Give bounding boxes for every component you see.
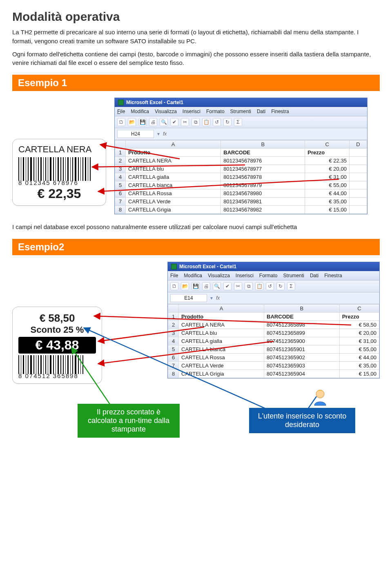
- excel1-sheet[interactable]: A B C D 1 Prodotto BARCODE Prezzo 2CARTE…: [115, 140, 367, 214]
- excel1-menubar: FFileile Modifica Visualizza Inserisci F…: [115, 107, 367, 116]
- save-icon[interactable]: 💾: [138, 118, 147, 126]
- label2-discount-line: Sconto 25 %: [18, 325, 96, 335]
- print-icon[interactable]: 🖨: [149, 118, 157, 126]
- col-a[interactable]: A: [179, 304, 264, 312]
- col-c[interactable]: C: [339, 304, 379, 312]
- undo-icon[interactable]: ↺: [213, 118, 221, 126]
- table-row: 8CARTELLA Grigia8074512365904€ 15,00: [168, 369, 379, 378]
- fx-label: fx: [216, 295, 220, 301]
- table-row: 2CARTELLA NERA8012345678976€ 22,35: [115, 157, 367, 165]
- menu-file[interactable]: File: [170, 273, 178, 278]
- col-b[interactable]: B: [221, 140, 305, 149]
- new-icon[interactable]: 🗋: [117, 118, 125, 126]
- menu-visualizza[interactable]: Visualizza: [208, 273, 230, 278]
- menu-inserisci[interactable]: Inserisci: [183, 109, 200, 114]
- menu-strumenti[interactable]: Strumenti: [283, 273, 304, 278]
- example1-banner: Esempio 1: [12, 75, 380, 91]
- label1-barcode: [18, 157, 100, 181]
- paste-icon[interactable]: 📋: [202, 118, 210, 126]
- copy-icon[interactable]: ⧉: [192, 118, 200, 126]
- table-row: 6CARTELLA Rossa8012345678980€ 44,00: [115, 189, 367, 198]
- table-row: 8CARTELLA Grigia8012345678982€ 15,00: [115, 206, 367, 214]
- intro-paragraph-2: Ogni formato dell'etichetta contiene dei…: [12, 50, 380, 68]
- excel2-toolbar: 🗋 📂 💾 🖨 🔍 ✔ ✂ ⧉ 📋 ↺ ↻ Σ: [168, 280, 379, 292]
- user-icon: [310, 387, 330, 407]
- table-row: 3CARTELLA blu8012345678977€ 20,00: [115, 165, 367, 173]
- menu-inserisci[interactable]: Inserisci: [236, 273, 254, 278]
- menu-dati[interactable]: Dati: [257, 109, 265, 114]
- sum-icon[interactable]: Σ: [234, 118, 242, 126]
- example2-banner: Esempio2: [12, 239, 380, 255]
- table-row: 5CARTELLA bianca8012345678979€ 55,00: [115, 181, 367, 189]
- excel2-namebox[interactable]: E14: [170, 294, 207, 302]
- label2-final-price: € 43,88: [18, 337, 96, 354]
- open-icon[interactable]: 📂: [128, 118, 136, 126]
- table-row: 5CARTELLA bianca8074512365901€ 55,00: [168, 345, 379, 353]
- excel-icon: [118, 100, 124, 105]
- col-c[interactable]: C: [305, 140, 350, 149]
- label1-price: € 22,35: [18, 186, 100, 201]
- fx-label: fx: [163, 131, 167, 137]
- example2-excel-window: Microsoft Excel - Cartel1 File Modifica …: [167, 262, 380, 378]
- table-row: 7CARTELLA Verde8012345678981€ 35,00: [115, 198, 367, 206]
- sum-icon[interactable]: Σ: [287, 282, 295, 290]
- preview-icon[interactable]: 🔍: [160, 118, 168, 126]
- preview-icon[interactable]: 🔍: [213, 282, 221, 290]
- col-a[interactable]: A: [126, 140, 221, 149]
- example1-excel-window: Microsoft Excel - Cartel1 FFileile Modif…: [114, 98, 368, 214]
- save-icon[interactable]: 💾: [192, 282, 200, 290]
- example1-label-card: CARTELLA NERA 8 012345 678976 € 22,35: [12, 139, 106, 206]
- midtext: I campi nel database excel possono natur…: [12, 223, 380, 231]
- menu-formato[interactable]: Formato: [259, 273, 278, 278]
- spell-icon[interactable]: ✔: [170, 118, 178, 126]
- excel1-title: Microsoft Excel - Cartel1: [126, 100, 183, 105]
- menu-strumenti[interactable]: Strumenti: [230, 109, 251, 114]
- page-title: Modalità operativa: [12, 10, 380, 24]
- table-row: 3CARTELLA blu8074512365899€ 20,00: [168, 329, 379, 337]
- header-a[interactable]: Prodotto: [126, 149, 221, 157]
- menu-modifica[interactable]: Modifica: [184, 273, 202, 278]
- label2-barcode: [18, 355, 96, 374]
- table-row: 2CARTELLA NERA8074512365898€ 58,50: [168, 320, 379, 329]
- label1-product: CARTELLA NERA: [18, 144, 100, 155]
- undo-icon[interactable]: ↺: [266, 282, 274, 290]
- paste-icon[interactable]: 📋: [255, 282, 263, 290]
- label2-barcode-number: 8 074512 365898: [18, 372, 96, 379]
- example2-label-card: € 58,50 Sconto 25 % € 43,88 8 074512 365…: [12, 307, 102, 384]
- menu-finestra[interactable]: Finestra: [324, 273, 342, 278]
- header-b[interactable]: BARCODE: [221, 149, 305, 157]
- excel2-titlebar: Microsoft Excel - Cartel1: [168, 262, 379, 271]
- spell-icon[interactable]: ✔: [223, 282, 232, 290]
- col-b[interactable]: B: [264, 304, 340, 312]
- new-icon[interactable]: 🗋: [170, 282, 178, 290]
- excel1-toolbar: 🗋 📂 💾 🖨 🔍 ✔ ✂ ⧉ 📋 ↺ ↻ Σ: [115, 116, 367, 128]
- open-icon[interactable]: 📂: [181, 282, 189, 290]
- menu-file[interactable]: FFileile: [117, 109, 125, 114]
- header-c[interactable]: Prezzo: [305, 149, 350, 157]
- redo-icon[interactable]: ↻: [276, 282, 285, 290]
- print-icon[interactable]: 🖨: [202, 282, 210, 290]
- menu-visualizza[interactable]: Visualizza: [155, 109, 177, 114]
- table-row: 4CARTELLA gialla8074512365900€ 31,00: [168, 337, 379, 345]
- cut-icon[interactable]: ✂: [181, 118, 189, 126]
- excel1-namebox[interactable]: H24: [117, 130, 154, 138]
- label2-orig-price: € 58,50: [18, 312, 96, 325]
- menu-modifica[interactable]: Modifica: [131, 109, 149, 114]
- excel2-title: Microsoft Excel - Cartel1: [179, 264, 236, 269]
- table-row: 6CARTELLA Rossa8074512365902€ 44,00: [168, 353, 379, 361]
- intro-paragraph-1: La TH2 permette di precaricare al suo in…: [12, 28, 380, 46]
- callout-blue: L'utente inserisce lo sconto desiderato: [249, 408, 355, 433]
- menu-formato[interactable]: Formato: [206, 109, 225, 114]
- callout-green: Il prezzo scontato è calcolato a run-tim…: [78, 404, 180, 438]
- excel2-sheet[interactable]: A B C 1 Prodotto BARCODE Prezzo 2CARTELL…: [168, 304, 379, 378]
- excel-icon: [171, 264, 177, 269]
- excel1-titlebar: Microsoft Excel - Cartel1: [115, 98, 367, 107]
- copy-icon[interactable]: ⧉: [245, 282, 253, 290]
- table-row: 7CARTELLA Verde8074512365903€ 35,00: [168, 361, 379, 369]
- redo-icon[interactable]: ↻: [223, 118, 232, 126]
- excel2-menubar: File Modifica Visualizza Inserisci Forma…: [168, 271, 379, 280]
- menu-finestra[interactable]: Finestra: [271, 109, 289, 114]
- col-d[interactable]: D: [349, 140, 367, 149]
- cut-icon[interactable]: ✂: [234, 282, 242, 290]
- menu-dati[interactable]: Dati: [310, 273, 318, 278]
